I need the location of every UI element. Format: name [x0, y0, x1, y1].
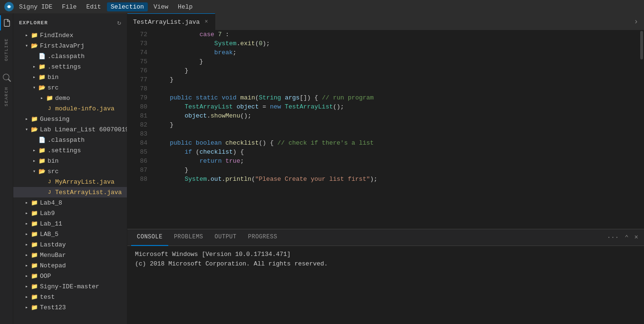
- search-activity-icon[interactable]: [0, 70, 13, 86]
- tree-arrow-guessing: [23, 115, 30, 123]
- tree-label-settings1: .settings: [48, 63, 81, 70]
- svg-point-1: [8, 5, 10, 8]
- sidebar-tree: 📁 FindIndex 📂 FirstJavaPrj 📄 .classpath …: [13, 30, 127, 324]
- tab-bar-right: ›: [632, 16, 644, 28]
- console-line-2: (c) 2018 Microsoft Corporation. All righ…: [135, 259, 636, 269]
- file-icon-classpath1: 📄: [38, 52, 46, 60]
- tree-item-classpath1[interactable]: 📄 .classpath: [13, 51, 127, 61]
- menu-help[interactable]: Help: [174, 2, 196, 11]
- outline-label[interactable]: Outline: [4, 38, 9, 61]
- code-editor[interactable]: 72 73 74 75 76 77 78 79 80 81 82 83 84 8…: [127, 30, 644, 229]
- menu-selection[interactable]: Selection: [107, 2, 148, 11]
- tree-item-signyidemaster[interactable]: 📁 Signy-IDE-master: [13, 281, 127, 292]
- tree-item-firstjavaprj[interactable]: 📂 FirstJavaPrj: [13, 40, 127, 51]
- explorer-activity-icon[interactable]: [0, 15, 13, 30]
- tree-arrow-settings1: [30, 63, 38, 70]
- tab-testarraylist[interactable]: TestArrayList.java ×: [127, 13, 215, 30]
- tree-item-src2[interactable]: 📂 src: [13, 166, 127, 177]
- tree-arrow-lab9: [23, 209, 30, 217]
- panel-minimize-icon[interactable]: ⌃: [623, 233, 630, 243]
- tree-item-classpath2[interactable]: 📄 .classpath: [13, 135, 127, 145]
- console-content[interactable]: Microsoft Windows [Version 10.0.17134.47…: [127, 246, 644, 324]
- tab-problems[interactable]: PROBLEMS: [168, 229, 209, 246]
- tab-progress[interactable]: PROGRESS: [242, 229, 283, 246]
- folder-icon-lastday: 📁: [30, 241, 38, 248]
- tree-label-notepad: Notepad: [40, 262, 66, 269]
- folder-open-icon-lablinearlist: 📂: [30, 126, 38, 133]
- tree-arrow-test: [23, 293, 30, 301]
- tab-close-testarraylist[interactable]: ×: [203, 18, 209, 26]
- tree-item-lastday[interactable]: 📁 Lastday: [13, 239, 127, 250]
- tree-item-settings2[interactable]: 📁 .settings: [13, 145, 127, 156]
- panel-close-icon[interactable]: ×: [633, 233, 640, 242]
- tree-label-lablinearlist: Lab Linear_List 60070019: [40, 126, 127, 133]
- tree-label-classpath1: .classpath: [48, 53, 85, 60]
- tree-item-menubar[interactable]: 📁 MenuBar: [13, 250, 127, 260]
- tree-arrow-demo: [38, 94, 46, 102]
- tree-item-test[interactable]: 📁 test: [13, 292, 127, 302]
- tree-item-testarraylist[interactable]: J TestArrayList.java: [13, 187, 127, 197]
- tree-item-src1[interactable]: 📂 src: [13, 82, 127, 93]
- folder-open-icon-firstjavaprj: 📂: [30, 42, 38, 49]
- tab-output[interactable]: OUTPUT: [209, 229, 242, 246]
- tree-label-lastday: Lastday: [40, 241, 66, 248]
- refresh-icon[interactable]: ↻: [117, 19, 121, 27]
- tree-arrow-notepad: [23, 262, 30, 269]
- tree-arrow-lastday: [23, 241, 30, 248]
- tree-label-testarraylist: TestArrayList.java: [55, 189, 122, 196]
- folder-icon-demo: 📁: [46, 94, 53, 102]
- tree-arrow-test123: [23, 304, 30, 311]
- tree-arrow-oop: [23, 272, 30, 280]
- menu-file[interactable]: File: [58, 2, 80, 11]
- tree-item-findindex[interactable]: 📁 FindIndex: [13, 30, 127, 40]
- tree-label-signyidemaster: Signy-IDE-master: [40, 283, 99, 290]
- tree-item-lab5[interactable]: 📁 LAB_5: [13, 229, 127, 239]
- java-icon-testarraylist: J: [46, 188, 53, 196]
- folder-open-icon-src1: 📂: [38, 84, 46, 91]
- tree-arrow-firstjavaprj: [23, 42, 30, 49]
- tree-item-settings1[interactable]: 📁 .settings: [13, 61, 127, 72]
- tree-item-lab48[interactable]: 📁 Lab4_8: [13, 197, 127, 208]
- tree-label-bin2: bin: [48, 157, 58, 165]
- sidebar-header: EXPLORER ↻: [13, 13, 127, 30]
- sidebar: EXPLORER ↻ 📁 FindIndex 📂 FirstJavaPrj 📄 …: [13, 13, 127, 324]
- folder-icon-test123: 📁: [30, 304, 38, 311]
- tree-item-moduleinfo[interactable]: J module-info.java: [13, 103, 127, 114]
- tab-console[interactable]: CONSOLE: [131, 229, 168, 246]
- tree-arrow-lab48: [23, 199, 30, 206]
- tree-item-test123[interactable]: 📁 Test123: [13, 302, 127, 313]
- menu-view[interactable]: View: [150, 2, 172, 11]
- tree-label-demo: demo: [55, 95, 70, 102]
- menu-edit[interactable]: Edit: [82, 2, 105, 11]
- tree-item-demo[interactable]: 📁 demo: [13, 93, 127, 103]
- tree-label-lab9: Lab9: [40, 210, 55, 217]
- tree-item-myarraylist[interactable]: J MyArrayList.java: [13, 177, 127, 187]
- tree-item-notepad[interactable]: 📁 Notepad: [13, 260, 127, 271]
- tree-item-oop[interactable]: 📁 OOP: [13, 271, 127, 281]
- tree-item-guessing[interactable]: 📁 Guessing: [13, 114, 127, 124]
- code-content[interactable]: case 7 : System.exit(0); break; } } } pu…: [151, 30, 639, 229]
- search-label-text: Search: [4, 87, 9, 106]
- tree-label-lab48: Lab4_8: [40, 199, 62, 206]
- panel-tab-actions: ··· ⌃ ×: [605, 233, 640, 243]
- tree-item-lablinearlist[interactable]: 📂 Lab Linear_List 60070019: [13, 124, 127, 135]
- sidebar-title: EXPLORER: [19, 20, 48, 26]
- folder-icon-notepad: 📁: [30, 262, 38, 269]
- tree-arrow-src2: [30, 167, 38, 175]
- tree-item-bin2[interactable]: 📁 bin: [13, 156, 127, 166]
- folder-icon-lab11: 📁: [30, 220, 38, 227]
- tree-item-bin1[interactable]: 📁 bin: [13, 72, 127, 82]
- tree-label-classpath2: .classpath: [48, 137, 85, 144]
- panel-more-icon[interactable]: ···: [605, 233, 621, 242]
- tree-arrow-findindex: [23, 31, 30, 39]
- tree-label-src2: src: [48, 168, 58, 175]
- tree-item-lab11[interactable]: 📁 Lab_11: [13, 218, 127, 229]
- editor-scrollbar-thumb: [640, 31, 643, 59]
- collapse-panel-icon[interactable]: ›: [632, 16, 640, 28]
- editor-scrollbar[interactable]: [639, 30, 644, 229]
- tree-arrow-lab11: [23, 220, 30, 227]
- tree-label-test: test: [40, 294, 55, 301]
- tree-item-lab9[interactable]: 📁 Lab9: [13, 208, 127, 218]
- folder-icon-menubar: 📁: [30, 251, 38, 259]
- tree-arrow-bin1: [30, 73, 38, 81]
